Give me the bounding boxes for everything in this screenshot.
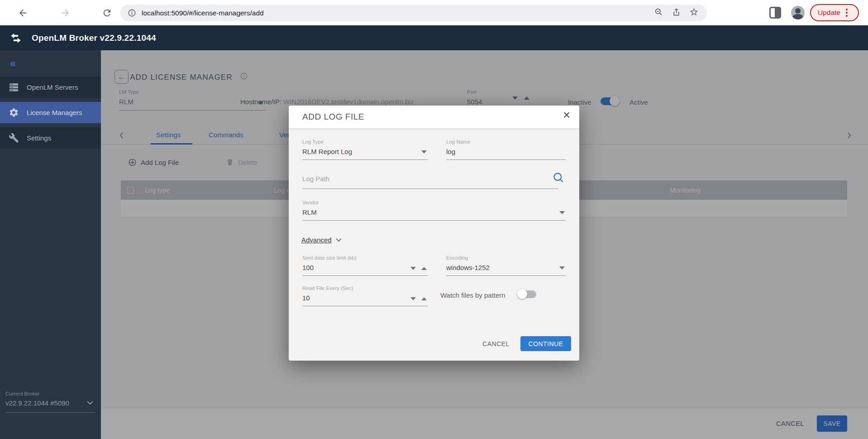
dialog-title: ADD LOG FILE [302, 112, 364, 122]
zoom-out-icon[interactable] [654, 7, 663, 19]
log-path-field[interactable] [302, 172, 558, 189]
sent-data-limit-field[interactable]: Sent data size limit (kb) [302, 255, 428, 276]
log-type-label: Log Type [302, 139, 428, 145]
sidebar-item-openlm-servers[interactable]: OpenLM Servers [0, 77, 101, 98]
chevron-down-icon [336, 238, 342, 242]
current-broker-select[interactable]: Current Broker v22.9.22.1044 #5090 [5, 391, 95, 413]
encoding-label: Encoding [446, 255, 566, 261]
url-text[interactable]: localhost:5090/#/license-managers/add [142, 9, 654, 17]
vendor-value: RLM [302, 208, 566, 216]
stepper-up-icon[interactable] [421, 267, 427, 270]
log-name-field[interactable]: Log Name [446, 139, 566, 160]
log-type-select[interactable]: Log Type RLM Report Log [302, 139, 428, 160]
tools-icon [9, 133, 19, 143]
address-bar[interactable]: localhost:5090/#/license-managers/add [120, 5, 707, 21]
sidebar: « OpenLM Servers License Managers Sett [0, 50, 101, 439]
servers-icon [9, 82, 19, 92]
side-panel-icon[interactable] [769, 7, 781, 19]
chevron-down-icon [87, 401, 93, 405]
bookmark-star-icon[interactable] [689, 7, 699, 19]
sent-data-limit-label: Sent data size limit (kb) [302, 255, 428, 261]
encoding-select[interactable]: Encoding windows-1252 [446, 255, 566, 276]
watch-files-label: Watch files by pattern [440, 291, 506, 299]
advanced-label: Advanced [301, 236, 332, 244]
browser-menu-icon[interactable] [846, 9, 848, 17]
read-file-every-label: Read File Every (Sec) [302, 285, 428, 291]
log-name-label: Log Name [446, 139, 566, 145]
gear-icon [9, 107, 19, 118]
browser-reload-icon[interactable] [100, 6, 113, 19]
vendor-select[interactable]: Vendor RLM [302, 200, 566, 221]
encoding-value: windows-1252 [446, 264, 566, 271]
browser-back-icon[interactable] [16, 6, 29, 19]
dropdown-caret-icon[interactable] [559, 266, 565, 270]
current-broker-label: Current Broker [5, 391, 95, 396]
profile-avatar[interactable] [791, 6, 805, 19]
search-icon[interactable] [553, 172, 565, 184]
dropdown-caret-icon[interactable] [421, 150, 427, 154]
stepper-up-icon[interactable] [421, 297, 427, 300]
openlm-logo-icon [9, 31, 23, 45]
dropdown-caret-icon[interactable] [559, 211, 565, 214]
dialog-cancel-button[interactable]: CANCEL [475, 336, 517, 352]
stepper-down-icon[interactable] [410, 297, 416, 300]
browser-update-button[interactable]: Update [810, 4, 859, 21]
vendor-label: Vendor [302, 200, 566, 205]
app-header: OpenLM Broker v22.9.22.1044 [0, 25, 868, 50]
current-broker-value: v22.9.22.1044 #5090 [5, 399, 95, 407]
sidebar-collapse-icon[interactable]: « [10, 58, 16, 69]
sidebar-item-label: License Managers [27, 109, 82, 116]
dialog-continue-button[interactable]: CONTINUE [520, 336, 571, 351]
watch-files-toggle[interactable] [518, 290, 536, 298]
sidebar-item-label: OpenLM Servers [27, 83, 78, 91]
add-log-file-dialog: ADD LOG FILE × Log Type RLM Report Log L… [289, 106, 579, 361]
sent-data-limit-input[interactable] [302, 264, 428, 271]
close-icon[interactable]: × [563, 109, 570, 121]
log-path-input[interactable] [302, 173, 558, 184]
browser-forward-icon[interactable] [59, 6, 72, 19]
sidebar-item-label: Settings [27, 134, 51, 142]
share-icon[interactable] [672, 7, 681, 19]
site-info-icon[interactable] [128, 9, 136, 17]
app-title: OpenLM Broker v22.9.22.1044 [32, 33, 156, 43]
advanced-toggle-link[interactable]: Advanced [301, 236, 342, 244]
screen: localhost:5090/#/license-managers/add Up… [0, 0, 868, 439]
update-label: Update [818, 9, 840, 17]
sidebar-item-settings[interactable]: Settings [0, 127, 101, 149]
dialog-titlebar: ADD LOG FILE × [289, 106, 579, 129]
read-file-every-input[interactable] [302, 294, 428, 302]
read-file-every-field[interactable]: Read File Every (Sec) [302, 285, 428, 306]
log-name-input[interactable] [446, 148, 566, 155]
sidebar-item-license-managers[interactable]: License Managers [0, 102, 101, 123]
browser-toolbar: localhost:5090/#/license-managers/add Up… [0, 0, 868, 25]
log-type-value: RLM Report Log [302, 148, 428, 155]
stepper-down-icon[interactable] [410, 267, 416, 270]
